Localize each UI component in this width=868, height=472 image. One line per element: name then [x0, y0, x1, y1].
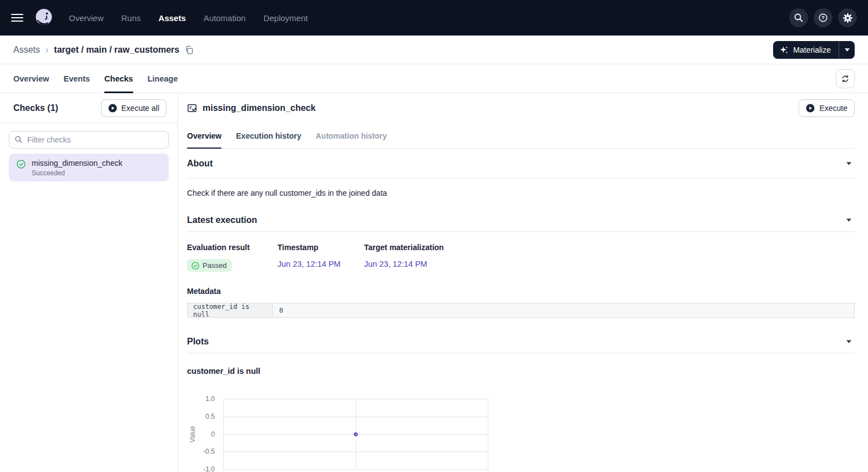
plots-section-header: Plots	[187, 330, 855, 353]
y-tick-label: 0	[187, 430, 215, 438]
copy-asset-key-button[interactable]	[185, 45, 193, 54]
tab-lineage[interactable]: Lineage	[148, 64, 178, 93]
top-nav: Overview Runs Assets Automation Deployme…	[0, 0, 868, 35]
detail-tab-overview[interactable]: Overview	[187, 123, 221, 148]
settings-icon	[842, 13, 853, 23]
latest-execution-collapse-button[interactable]	[843, 216, 855, 224]
y-tick-label: -0.5	[187, 448, 215, 455]
check-list-item[interactable]: missing_dimension_check Succeeded	[9, 154, 169, 181]
search-button[interactable]	[789, 8, 808, 27]
play-circle-icon	[108, 104, 117, 113]
checks-sidebar: Checks (1) Execute all missing_dimension…	[0, 93, 178, 472]
y-tick-label: 1.0	[187, 395, 215, 403]
materialize-dropdown-button[interactable]	[839, 41, 855, 59]
column-target-materialization: Target materialization	[364, 243, 444, 252]
about-heading: About	[187, 159, 213, 169]
check-success-icon	[17, 160, 26, 169]
evaluation-result-badge: Passed	[187, 259, 232, 272]
data-point	[354, 433, 357, 437]
y-tick-label: -1.0	[187, 465, 215, 472]
nav-item-assets[interactable]: Assets	[159, 13, 186, 23]
detail-tabs: Overview Execution history Automation hi…	[187, 123, 855, 149]
check-detail-panel: missing_dimension_check Execute Overview…	[178, 93, 868, 472]
breadcrumb-assets-link[interactable]: Assets	[13, 45, 40, 55]
refresh-button[interactable]	[836, 69, 855, 88]
detail-tab-automation-history[interactable]: Automation history	[316, 123, 387, 148]
execute-button[interactable]: Execute	[799, 99, 855, 117]
refresh-icon	[841, 74, 850, 83]
timestamp-link[interactable]: Jun 23, 12:14 PM	[277, 260, 341, 268]
help-icon: ?	[818, 13, 828, 23]
column-evaluation-result: Evaluation result	[187, 243, 277, 252]
column-timestamp: Timestamp	[277, 243, 364, 252]
copy-icon	[185, 45, 193, 54]
nav-item-automation[interactable]: Automation	[204, 13, 246, 23]
check-detail-title: missing_dimension_check	[203, 103, 316, 113]
play-circle-icon	[806, 104, 815, 113]
plot-title: customer_id is null	[187, 353, 855, 375]
materialize-split-button: Materialize	[773, 41, 855, 59]
tab-overview[interactable]: Overview	[13, 64, 49, 93]
nav-links: Overview Runs Assets Automation Deployme…	[69, 13, 308, 23]
nav-item-runs[interactable]: Runs	[122, 13, 141, 23]
passed-check-icon	[191, 262, 199, 270]
chevron-down-icon	[846, 162, 851, 165]
about-collapse-button[interactable]	[843, 160, 855, 168]
plots-heading: Plots	[187, 337, 209, 347]
tab-events[interactable]: Events	[64, 64, 90, 93]
nav-item-overview[interactable]: Overview	[69, 13, 104, 23]
metadata-table: customer_id is null 0	[187, 303, 855, 318]
latest-execution-heading: Latest execution	[187, 215, 257, 225]
sparkle-icon	[780, 45, 789, 54]
target-materialization-link[interactable]: Jun 23, 12:14 PM	[364, 260, 427, 268]
breadcrumb-separator: ›	[46, 45, 48, 55]
breadcrumb-row: Assets › target / main / raw_customers M…	[0, 35, 868, 64]
nav-item-deployment[interactable]: Deployment	[264, 13, 308, 23]
materialize-button-label: Materialize	[793, 45, 831, 54]
dagster-logo-icon[interactable]	[33, 7, 54, 28]
check-description: Check if there are any null customer_ids…	[187, 179, 855, 201]
svg-text:?: ?	[821, 14, 825, 21]
metadata-value: 0	[272, 303, 854, 317]
materialize-button[interactable]: Materialize	[773, 41, 839, 59]
plots-collapse-button[interactable]	[843, 338, 855, 346]
filter-search-icon	[14, 135, 23, 144]
plot-area	[223, 399, 488, 470]
breadcrumb-asset-path: target / main / raw_customers	[54, 45, 179, 55]
latest-execution-section-header: Latest execution	[187, 209, 855, 232]
filter-checks-input[interactable]	[9, 131, 169, 149]
settings-button[interactable]	[838, 8, 857, 27]
chevron-down-icon	[845, 48, 850, 52]
chevron-down-icon	[846, 340, 851, 343]
detail-tab-execution-history[interactable]: Execution history	[236, 123, 301, 148]
check-item-status: Succeeded	[32, 169, 122, 177]
about-section-header: About	[187, 149, 855, 179]
y-axis-ticks: 1.00.50-0.5-1.0	[187, 395, 219, 472]
tab-checks[interactable]: Checks	[104, 64, 133, 93]
asset-check-icon	[187, 103, 197, 113]
metadata-key: customer_id is null	[188, 303, 272, 317]
check-item-name: missing_dimension_check	[32, 159, 122, 168]
latest-execution-summary: Evaluation result Passed Timestamp Jun 2…	[187, 232, 855, 272]
execute-all-button[interactable]: Execute all	[101, 99, 166, 117]
search-icon	[794, 13, 804, 23]
metadata-heading: Metadata	[187, 287, 855, 296]
y-tick-label: 0.5	[187, 413, 215, 420]
checks-count-title: Checks (1)	[13, 103, 58, 113]
asset-tabs-row: Overview Events Checks Lineage	[0, 64, 868, 93]
menu-hamburger-icon[interactable]	[11, 14, 23, 22]
chevron-down-icon	[846, 219, 851, 222]
metric-plot: Value 1.00.50-0.5-1.0 Jun 23, 12:14 PMJu…	[187, 395, 855, 472]
help-button[interactable]: ?	[814, 8, 832, 27]
